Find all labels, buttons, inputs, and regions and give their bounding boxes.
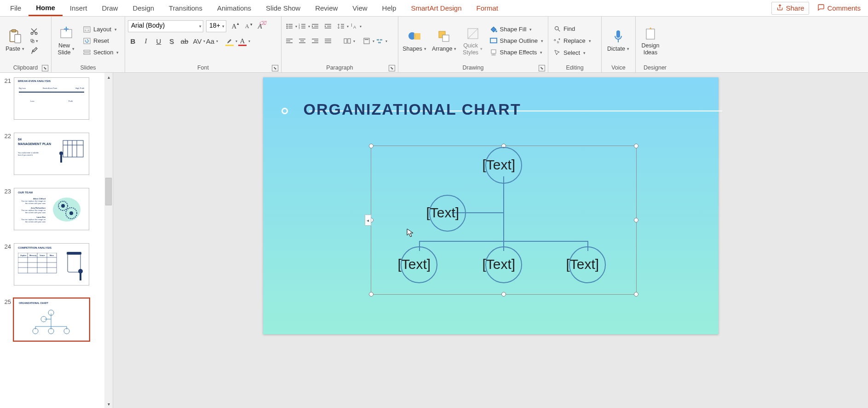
italic-button[interactable]: I xyxy=(141,36,151,46)
shadow-button[interactable]: S xyxy=(167,36,177,46)
text-direction-button[interactable]: ⅠA▾ xyxy=(349,21,359,31)
slide-canvas[interactable]: ORGANIZATIONAL CHART ◂ xyxy=(113,73,868,408)
change-case-button[interactable]: Aa▾ xyxy=(205,36,215,46)
shapes-button[interactable]: Shapes▾ xyxy=(401,27,428,54)
tab-format[interactable]: Format xyxy=(469,1,506,15)
tab-draw[interactable]: Draw xyxy=(94,1,125,15)
bullets-button[interactable]: ▾ xyxy=(284,21,294,31)
slide-title[interactable]: ORGANIZATIONAL CHART xyxy=(304,100,521,118)
org-node-3-text[interactable]: [Text] xyxy=(398,256,431,272)
font-launcher[interactable]: ⬊ xyxy=(272,65,278,71)
highlight-button[interactable]: ▾ xyxy=(224,36,235,46)
replace-button[interactable]: abReplace▾ xyxy=(551,36,593,46)
grow-font-button[interactable]: A▴ xyxy=(229,21,239,31)
tab-file[interactable]: File xyxy=(3,1,29,15)
org-node-4-text[interactable]: [Text] xyxy=(483,256,516,272)
shrink-font-button[interactable]: A▾ xyxy=(242,21,252,31)
shape-effects-button[interactable]: Shape Effects▾ xyxy=(488,47,545,58)
cut-button[interactable] xyxy=(30,27,38,35)
drawing-launcher[interactable]: ⬊ xyxy=(539,65,545,71)
comments-button[interactable]: Comments xyxy=(813,2,865,14)
line-spacing-button[interactable]: ▾ xyxy=(336,21,346,31)
font-name-input[interactable]: Arial (Body)▾ xyxy=(128,20,203,32)
org-node-1-text[interactable]: [Text] xyxy=(483,157,516,173)
paragraph-launcher[interactable]: ⬊ xyxy=(389,65,395,71)
svg-rect-20 xyxy=(288,26,293,27)
svg-rect-18 xyxy=(288,24,293,25)
share-button[interactable]: Share xyxy=(771,2,809,15)
resize-handle-tl[interactable] xyxy=(369,144,374,148)
slide-thumb-21[interactable]: 21 BREAK-EVEN ANALYSIS Big Loss Break-Ev… xyxy=(2,77,113,120)
layout-label: Layout xyxy=(93,26,111,33)
org-node-5-text[interactable]: [Text] xyxy=(566,256,599,272)
align-text-button[interactable]: ▾ xyxy=(362,36,372,46)
scroll-down-button[interactable]: ▾ xyxy=(104,400,113,408)
text-pane-toggle[interactable]: ◂ xyxy=(365,215,371,226)
dictate-button[interactable]: Dictate▾ xyxy=(604,27,632,54)
slide-thumb-25[interactable]: 25 ORGANIZATIONAL CHART xyxy=(2,298,113,341)
layout-button[interactable]: Layout▾ xyxy=(81,24,121,35)
numbering-button[interactable]: 123▾ xyxy=(297,21,307,31)
current-slide[interactable]: ORGANIZATIONAL CHART ◂ xyxy=(263,77,719,334)
resize-handle-bm[interactable] xyxy=(501,292,506,297)
design-ideas-icon xyxy=(643,26,658,41)
format-painter-button[interactable] xyxy=(30,47,38,55)
new-slide-button[interactable]: New Slide▾ xyxy=(54,24,78,58)
resize-handle-br[interactable] xyxy=(634,292,638,297)
decrease-indent-button[interactable] xyxy=(310,21,320,31)
shape-outline-label: Shape Outline xyxy=(500,37,538,44)
find-button[interactable]: Find xyxy=(551,24,593,34)
bold-button[interactable]: B xyxy=(128,36,138,46)
quick-styles-button[interactable]: Quick Styles▾ xyxy=(461,24,485,58)
scrollbar-thumb[interactable] xyxy=(105,178,112,205)
resize-handle-mr[interactable] xyxy=(634,218,638,222)
dictate-label: Dictate xyxy=(607,46,625,52)
tab-transitions[interactable]: Transitions xyxy=(161,1,210,15)
svg-rect-36 xyxy=(341,26,344,27)
tab-design[interactable]: Design xyxy=(125,1,161,15)
arrange-button[interactable]: Arrange▾ xyxy=(431,27,458,54)
increase-indent-button[interactable] xyxy=(323,21,333,31)
scroll-up-button[interactable]: ▴ xyxy=(104,73,113,81)
tab-home[interactable]: Home xyxy=(29,0,63,16)
slide-thumb-24[interactable]: 24 COMPETITION ANALYSIS JupiterMercuryVe… xyxy=(2,243,113,286)
char-spacing-button[interactable]: AV▾ xyxy=(192,36,202,46)
svg-rect-52 xyxy=(344,39,347,43)
slide-preview: OUR TEAM Albert CliffordYou can replace … xyxy=(14,188,89,230)
section-button[interactable]: Section▾ xyxy=(81,47,121,58)
tab-slideshow[interactable]: Slide Show xyxy=(259,1,308,15)
shape-outline-button[interactable]: Shape Outline▾ xyxy=(488,36,545,46)
align-justify-button[interactable] xyxy=(323,36,333,46)
clipboard-launcher[interactable]: ⬊ xyxy=(42,65,48,71)
shape-fill-button[interactable]: Shape Fill▾ xyxy=(488,24,545,35)
reset-button[interactable]: Reset xyxy=(81,36,121,46)
font-color-button[interactable]: A▾ xyxy=(237,36,247,46)
resize-handle-tr[interactable] xyxy=(634,144,638,148)
tab-review[interactable]: Review xyxy=(308,1,345,15)
resize-handle-bl[interactable] xyxy=(369,292,374,297)
smartart-convert-button[interactable]: ▾ xyxy=(374,36,385,46)
paste-button[interactable]: Paste▾ xyxy=(3,27,27,54)
columns-button[interactable]: ▾ xyxy=(342,36,352,46)
align-left-button[interactable] xyxy=(284,36,294,46)
tab-smartart-design[interactable]: SmartArt Design xyxy=(403,1,469,15)
underline-button[interactable]: U xyxy=(154,36,164,46)
slide-thumb-23[interactable]: 23 OUR TEAM Albert CliffordYou can repla… xyxy=(2,188,113,230)
tab-help[interactable]: Help xyxy=(375,1,404,15)
thumbnails-scrollbar[interactable]: ▴ ▾ xyxy=(104,73,113,408)
align-right-button[interactable] xyxy=(310,36,320,46)
tab-insert[interactable]: Insert xyxy=(63,1,95,15)
tab-animations[interactable]: Animations xyxy=(210,1,259,15)
copy-button[interactable]: ▾ xyxy=(30,37,38,45)
align-center-button[interactable] xyxy=(297,36,307,46)
clear-format-button[interactable]: A⌫ xyxy=(255,21,265,31)
slide-preview: 04 MANAGEMENT PLAN You could enter a sub… xyxy=(14,133,89,175)
select-button[interactable]: Select▾ xyxy=(551,48,593,58)
org-node-2-text[interactable]: [Text] xyxy=(426,205,460,221)
tab-view[interactable]: View xyxy=(345,1,374,15)
design-ideas-button[interactable]: Design Ideas xyxy=(638,24,662,58)
smartart-selection[interactable]: ◂ [Text] [Text] [Text] [Text] [Text] xyxy=(371,146,637,295)
font-size-input[interactable]: 18+▾ xyxy=(206,20,226,32)
strike-button[interactable]: ab xyxy=(179,36,190,46)
slide-thumb-22[interactable]: 22 04 MANAGEMENT PLAN You could enter a … xyxy=(2,133,113,175)
